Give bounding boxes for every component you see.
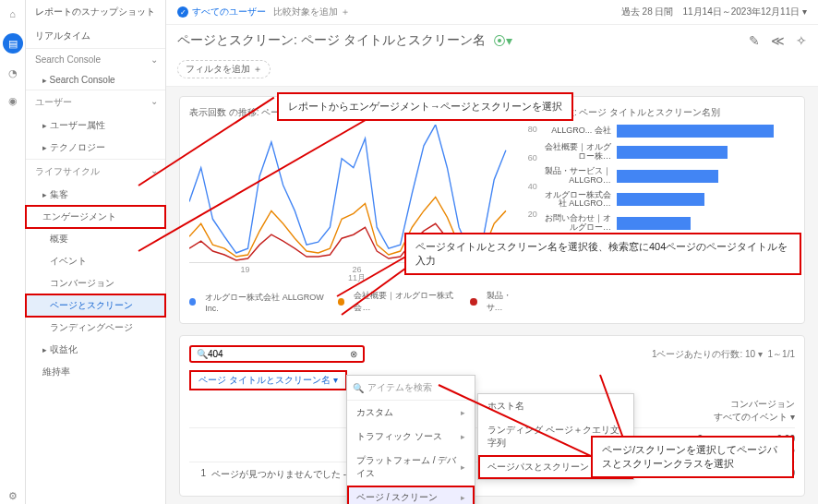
all-users-chip[interactable]: ✓すべてのユーザー [177, 6, 266, 18]
callout-2: ページタイトルとスクリーン名を選択後、検索窓に404ページのページタイトルを入力 [404, 233, 801, 275]
bar-chart-title: 表示回数: ページ タイトルとスクリーン名別 [537, 106, 795, 119]
search-icon: 🔍 [353, 383, 364, 393]
reports-icon[interactable]: ▤ [3, 33, 23, 54]
sidebar-item-user-attr[interactable]: ユーザー属性 [26, 114, 165, 137]
sidebar-item-engagement[interactable]: エンゲージメント [26, 206, 165, 228]
search-input[interactable] [208, 349, 350, 359]
clear-icon[interactable]: ⊗ [350, 349, 357, 359]
table-search[interactable]: 🔍 ⊗ [189, 345, 365, 363]
iconbar: ⌂ ▤ ◔ ◉ ⚙ [0, 0, 26, 504]
popup-item-platform[interactable]: プラットフォーム / デバイス▸ [347, 449, 475, 486]
bar-chart: ALLGRO... 会社 会社概要｜オルグロー株… 製品・サービス｜ALLGRO… [537, 125, 795, 233]
topbar: ✓すべてのユーザー 比較対象を追加 ＋ 過去 28 日間 11月14日～2023… [166, 0, 818, 25]
customize-icon[interactable]: ✎ [749, 33, 760, 48]
sidebar-sec-user[interactable]: ユーザー [26, 90, 165, 114]
add-comparison-link[interactable]: 比較対象を追加 ＋ [273, 6, 350, 18]
charts-card: 表示回数 の推移: ページ タイトルとスクリーン名別 806040200 192… [179, 96, 805, 324]
insights-icon[interactable]: ✧ [796, 33, 807, 48]
sidebar-item-monetization[interactable]: 収益化 [26, 339, 165, 361]
date-range[interactable]: 過去 28 日間 11月14日～2023年12月11日 ▾ [621, 6, 807, 18]
popup-item-traffic[interactable]: トラフィック ソース▸ [347, 425, 475, 449]
callout-3: ページ/スクリーンを選択してページパスとスクリーンクラスを選択 [591, 436, 794, 478]
home-icon[interactable]: ⌂ [5, 6, 21, 22]
popup-item-custom[interactable]: カスタム▸ [347, 401, 475, 425]
sidebar-item-acquisition[interactable]: 集客 [26, 184, 165, 206]
dimension-selector[interactable]: ページ タイトルとスクリーン名 ▾ [189, 370, 347, 390]
popup-item-page-screen[interactable]: ページ / スクリーン▸ [347, 486, 475, 504]
sidebar-item-tech[interactable]: テクノロジー [26, 137, 165, 159]
advertising-icon[interactable]: ◉ [5, 92, 21, 109]
sidebar-sec-search-console[interactable]: Search Console [26, 48, 165, 70]
filterbar: フィルタを追加 ＋ [166, 56, 818, 87]
share-icon[interactable]: ≪ [771, 33, 785, 48]
sidebar-item-landing[interactable]: ランディングページ [26, 317, 165, 339]
sidebar-snapshot[interactable]: レポートのスナップショット [26, 0, 165, 24]
page-title: ページとスクリーン: ページ タイトルとスクリーン名 [177, 32, 486, 49]
verified-icon: ⦿▾ [493, 33, 512, 48]
sidebar: レポートのスナップショット リアルタイム Search Console Sear… [26, 0, 166, 504]
sidebar-item-retention[interactable]: 維持率 [26, 361, 165, 383]
sidebar-item-search-console[interactable]: Search Console [26, 70, 165, 90]
callout-1: レポートからエンゲージメント→ページとスクリーンを選択 [277, 92, 573, 121]
sidebar-item-events[interactable]: イベント [26, 250, 165, 272]
add-filter-button[interactable]: フィルタを追加 ＋ [177, 60, 271, 78]
admin-icon[interactable]: ⚙ [5, 487, 21, 504]
sidebar-item-conversions[interactable]: コンバージョン [26, 272, 165, 294]
search-icon: 🔍 [197, 349, 208, 359]
sidebar-item-pages-screens[interactable]: ページとスクリーン [26, 294, 165, 317]
titlebar: ページとスクリーン: ページ タイトルとスクリーン名 ⦿▾ ✎ ≪ ✧ [166, 25, 818, 56]
explore-icon[interactable]: ◔ [5, 65, 21, 81]
sidebar-realtime[interactable]: リアルタイム [26, 24, 165, 48]
